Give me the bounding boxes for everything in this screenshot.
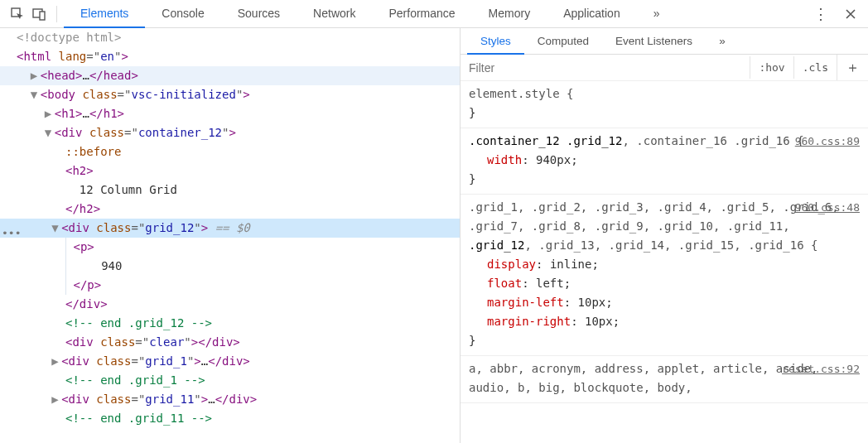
- tab-performance[interactable]: Performance: [372, 0, 471, 27]
- styles-panel: Styles Computed Event Listeners » :hov .…: [461, 28, 868, 443]
- cls-toggle[interactable]: .cls: [793, 56, 837, 79]
- pseudo-before[interactable]: ::before: [0, 142, 460, 161]
- subtab-computed[interactable]: Computed: [524, 29, 602, 53]
- inspect-element-icon[interactable]: [7, 3, 28, 25]
- selected-div-grid12[interactable]: ▼<div class="grid_12"> == $0: [0, 219, 460, 238]
- source-link[interactable]: 960.css:89: [795, 132, 860, 151]
- p-open[interactable]: <p>: [0, 238, 460, 257]
- svg-rect-2: [40, 12, 45, 20]
- rule-element-style[interactable]: element.style { }: [461, 81, 868, 128]
- dom-tree-panel[interactable]: ••• <!doctype html> <html lang="en"> ▶<h…: [0, 28, 461, 443]
- hov-toggle[interactable]: :hov: [750, 56, 793, 79]
- main-tabs: Elements Console Sources Network Perform…: [64, 0, 810, 27]
- subtab-styles[interactable]: Styles: [467, 29, 524, 55]
- source-link[interactable]: reset.css:92: [782, 359, 860, 378]
- new-style-rule-icon[interactable]: ＋: [837, 55, 868, 80]
- p-close[interactable]: </p>: [0, 276, 460, 295]
- filter-bar: :hov .cls ＋: [461, 55, 868, 81]
- comment-grid11[interactable]: <!-- end .grid_11 -->: [0, 409, 460, 428]
- h1-element[interactable]: ▶<h1>…</h1>: [0, 104, 460, 123]
- gutter-overflow-icon[interactable]: •••: [2, 224, 21, 243]
- html-element[interactable]: <html lang="en">: [0, 47, 460, 66]
- div-grid11[interactable]: ▶<div class="grid_11">…</div>: [0, 390, 460, 409]
- h2-open[interactable]: <h2>: [0, 161, 460, 181]
- head-element[interactable]: ▶<head>…</head>: [0, 66, 460, 85]
- tab-network[interactable]: Network: [297, 0, 372, 27]
- filter-input[interactable]: [461, 56, 750, 79]
- subtabs-overflow-icon[interactable]: »: [706, 29, 739, 53]
- styles-subtabs: Styles Computed Event Listeners »: [461, 28, 868, 55]
- kebab-menu-icon[interactable]: ⋮: [810, 3, 832, 25]
- div-grid1[interactable]: ▶<div class="grid_1">…</div>: [0, 352, 460, 371]
- devtools-toolbar: Elements Console Sources Network Perform…: [0, 0, 868, 28]
- div-container[interactable]: ▼<div class="container_12">: [0, 123, 460, 142]
- doctype: <!doctype html>: [17, 31, 121, 44]
- tab-application[interactable]: Application: [547, 0, 637, 27]
- source-link[interactable]: 960.css:48: [795, 198, 860, 217]
- close-icon[interactable]: [840, 3, 861, 25]
- rule-grid-classes[interactable]: 960.css:48 .grid_1, .grid_2, .grid_3, .g…: [461, 195, 868, 356]
- div-close[interactable]: </div>: [0, 295, 460, 314]
- rule-container-grid[interactable]: 960.css:89 .container_12 .grid_12, .cont…: [461, 128, 868, 195]
- comment-grid12[interactable]: <!-- end .grid_12 -->: [0, 314, 460, 333]
- separator: [56, 6, 57, 22]
- p-text[interactable]: 940: [0, 257, 460, 276]
- tabs-overflow-icon[interactable]: »: [637, 0, 677, 27]
- comment-grid1[interactable]: <!-- end .grid_1 -->: [0, 371, 460, 390]
- div-clear[interactable]: <div class="clear"></div>: [0, 333, 460, 352]
- body-element[interactable]: ▼<body class="vsc-initialized">: [0, 85, 460, 104]
- tab-console[interactable]: Console: [145, 0, 220, 27]
- h2-text[interactable]: 12 Column Grid: [0, 181, 460, 200]
- tab-memory[interactable]: Memory: [472, 0, 547, 27]
- rule-reset[interactable]: reset.css:92 a, abbr, acronym, address, …: [461, 356, 868, 403]
- subtab-event-listeners[interactable]: Event Listeners: [602, 29, 706, 53]
- device-toolbar-icon[interactable]: [28, 3, 50, 25]
- styles-list[interactable]: element.style { } 960.css:89 .container_…: [461, 81, 868, 443]
- element-style-label: element.style {: [469, 87, 573, 100]
- h2-close[interactable]: </h2>: [0, 200, 460, 219]
- main-content: ••• <!doctype html> <html lang="en"> ▶<h…: [0, 28, 868, 443]
- tab-sources[interactable]: Sources: [221, 0, 297, 27]
- tab-elements[interactable]: Elements: [64, 0, 145, 28]
